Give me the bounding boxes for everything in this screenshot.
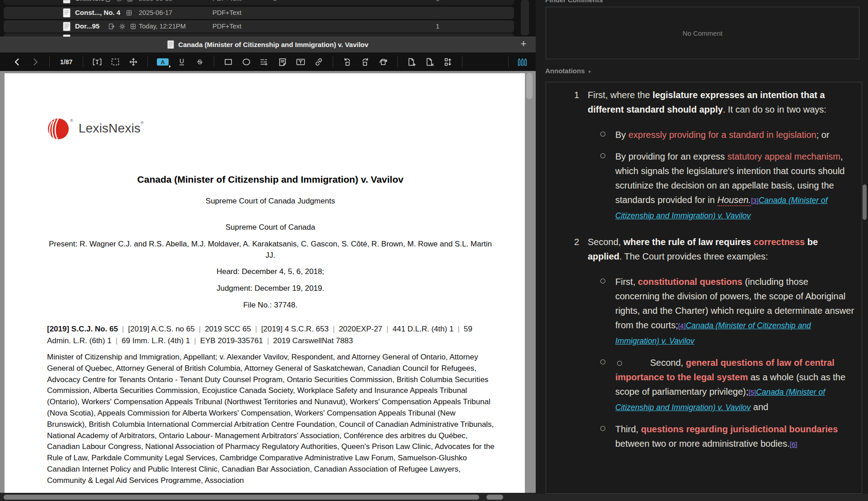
file-row[interactable]: Const..., No. 4 2025-06-17 PDF+Text bbox=[4, 7, 514, 19]
page-annotation-icon bbox=[105, 0, 112, 2]
annotation-text: . The Court provides three examples: bbox=[619, 251, 768, 261]
new-tab-button[interactable]: + bbox=[518, 38, 529, 50]
polyline-shape-button[interactable] bbox=[258, 55, 271, 69]
nav-forward-button[interactable] bbox=[28, 55, 42, 69]
annotations-box[interactable]: 1First, where the legislature expresses … bbox=[546, 82, 862, 494]
ellipse-shape-button[interactable] bbox=[240, 55, 253, 69]
highlight-tool-button[interactable]: A bbox=[155, 55, 170, 69]
court-name: Supreme Court of Canada bbox=[47, 222, 494, 233]
judges-present: Present: R. Wagner C.J. and R.S. Abella,… bbox=[47, 238, 494, 261]
lexisnexis-globe-icon bbox=[47, 118, 70, 140]
note-tool-button[interactable] bbox=[276, 55, 289, 69]
annotation-item[interactable]: 2Second, where the rule of law requires … bbox=[546, 235, 862, 459]
file-format: PDF+Text bbox=[212, 0, 241, 2]
underline-tool-button[interactable]: U bbox=[175, 55, 189, 69]
annotation-panel-toggle-button[interactable] bbox=[516, 55, 529, 69]
tab-vavilov[interactable]: Canada (Minister of Citizenship and Immi… bbox=[167, 40, 368, 49]
rotate-left-icon bbox=[342, 57, 352, 67]
strikethrough-tool-button[interactable]: S bbox=[193, 55, 207, 69]
grid-icon bbox=[126, 9, 132, 16]
footnote-ref[interactable]: [6] bbox=[790, 440, 797, 448]
marquee-select-tool-button[interactable] bbox=[108, 55, 122, 69]
judgment-date: Judgment: December 19, 2019. bbox=[47, 283, 494, 294]
link-tool-button[interactable] bbox=[312, 55, 326, 69]
file-date: 2025-06-17 bbox=[139, 9, 172, 16]
file-thumbnail-icon bbox=[63, 0, 71, 4]
citation-separator: | bbox=[116, 336, 118, 345]
pdf-toolbar: 1/87 A U S bbox=[0, 52, 536, 71]
annotations-list: 1First, where the legislature expresses … bbox=[546, 82, 862, 459]
footnote-ref[interactable]: [3] bbox=[751, 197, 759, 204]
footnote-ref[interactable]: [4] bbox=[678, 322, 686, 330]
file-count-b: 1 bbox=[432, 23, 443, 30]
text-select-icon bbox=[92, 57, 103, 67]
chevron-left-icon bbox=[13, 57, 22, 66]
citation: 2019 CarswellNat 7883 bbox=[273, 336, 353, 345]
file-count-a: 3 bbox=[269, 0, 280, 2]
rotate-right-button[interactable] bbox=[359, 55, 372, 69]
rotate-left-button[interactable] bbox=[340, 55, 354, 69]
reorder-pages-button[interactable] bbox=[441, 55, 455, 69]
annotation-text: between two or more administrative bodie… bbox=[615, 439, 790, 449]
annotation-text: By providing for an express bbox=[615, 151, 727, 161]
file-name: Const..., No. 4 bbox=[75, 9, 120, 16]
citation: [2019] A.C.S. no 65 bbox=[128, 325, 194, 333]
toolbar-separator bbox=[508, 57, 509, 67]
annotation-item[interactable]: 1First, where the legislature expresses … bbox=[546, 88, 862, 230]
citation-separator: | bbox=[458, 325, 459, 333]
file-row[interactable]: Dor...95 Today, 12:21PM PDF+Text 1 bbox=[4, 20, 514, 33]
annotation-text: Second, bbox=[588, 237, 623, 247]
bullet-marker-icon bbox=[617, 361, 622, 366]
citation-separator: | bbox=[267, 336, 269, 345]
annotations-sidebar: Finder Comments No Comment Annotations▾ … bbox=[536, 0, 868, 501]
finder-comments-box[interactable]: No Comment bbox=[546, 7, 859, 59]
rectangle-shape-button[interactable] bbox=[222, 55, 235, 69]
annotation-text: By bbox=[615, 130, 628, 140]
page-indicator[interactable]: 1/87 bbox=[60, 58, 72, 66]
citation: 2019 SCC 65 bbox=[205, 325, 251, 333]
file-date: Today, 12:21PM bbox=[139, 23, 186, 30]
toolbar-separator bbox=[147, 57, 148, 67]
horizontal-scrollbar-nub[interactable] bbox=[486, 495, 503, 500]
file-format: PDF+Text bbox=[212, 23, 241, 30]
file-name: Dor...95 bbox=[75, 22, 99, 30]
text-select-tool-button[interactable] bbox=[90, 55, 104, 69]
rotate-page-button[interactable] bbox=[377, 55, 390, 69]
file-list-scrollbar[interactable] bbox=[521, 0, 529, 35]
citation: EYB 2019-335761 bbox=[200, 336, 263, 345]
annotation-text: First, where the bbox=[588, 90, 652, 100]
grid-icon bbox=[130, 23, 137, 30]
file-row-partial[interactable] bbox=[4, 33, 514, 37]
link-icon bbox=[314, 57, 324, 67]
annotation-text: Second, bbox=[650, 358, 686, 368]
citation-separator: | bbox=[199, 325, 201, 333]
case-title: Canada (Minister of Citizenship and Immi… bbox=[47, 174, 494, 185]
parties-paragraph: Minister of Citizenship and Immigration,… bbox=[47, 352, 496, 487]
file-row[interactable]: Ch...Role 2025-06-18 PDF+Text 3 1 bbox=[4, 0, 514, 5]
annotations-header[interactable]: Annotations▾ bbox=[545, 67, 591, 75]
annotations-scrollbar-thumb[interactable] bbox=[863, 184, 867, 220]
vertical-scrollbar-thumb[interactable] bbox=[526, 73, 533, 99]
nav-back-button[interactable] bbox=[10, 55, 24, 69]
annotation-bullet: Second, general questions of law of cent… bbox=[600, 355, 854, 415]
panel-bottom-strip bbox=[536, 494, 868, 501]
footnote-ref[interactable]: [5] bbox=[749, 388, 756, 396]
add-page-button[interactable] bbox=[405, 55, 419, 69]
text-box-tool-button[interactable] bbox=[294, 55, 307, 69]
file-number: File No.: 37748. bbox=[47, 299, 494, 311]
rectangle-icon bbox=[223, 57, 233, 67]
annotation-bullet: First, constitutional questions (includi… bbox=[600, 274, 854, 348]
chevron-down-icon: ▾ bbox=[589, 69, 591, 74]
move-tool-button[interactable] bbox=[127, 55, 140, 69]
pdf-page[interactable]: ® LexisNexis® Canada (Minister of Citize… bbox=[5, 73, 525, 493]
citation: 441 D.L.R. (4th) 1 bbox=[392, 325, 453, 333]
bullet-marker-icon bbox=[600, 359, 605, 364]
delete-page-button[interactable] bbox=[423, 55, 437, 69]
horizontal-scrollbar-thumb[interactable] bbox=[4, 495, 479, 500]
toolbar-separator bbox=[462, 57, 462, 67]
citation-separator: | bbox=[122, 325, 124, 333]
chevron-right-icon bbox=[31, 57, 40, 66]
annotation-bullet: By expressly providing for a standard in… bbox=[600, 128, 854, 142]
ellipse-icon bbox=[241, 57, 251, 67]
horizontal-scrollbar[interactable] bbox=[0, 493, 536, 501]
